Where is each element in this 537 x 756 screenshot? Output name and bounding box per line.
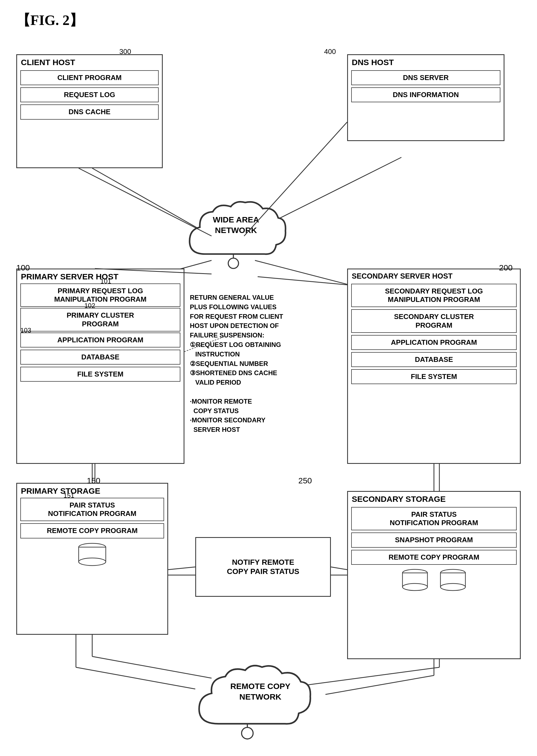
notify-box: NOTIFY REMOTECOPY PAIR STATUS <box>195 537 331 597</box>
client-host-title: CLIENT HOST <box>17 55 162 68</box>
dns-info-box: DNS INFORMATION <box>351 87 500 102</box>
secondary-storage-ref: 250 <box>298 476 312 485</box>
primary-storage-cylinder <box>76 542 108 567</box>
client-host-ref: 300 <box>119 48 131 56</box>
primary-remote-copy-box: REMOTE COPY PROGRAM <box>21 523 164 538</box>
svg-line-33 <box>331 567 347 569</box>
primary-req-log-box: PRIMARY REQUEST LOGMANIPULATION PROGRAM <box>21 283 180 307</box>
wan-label: WIDE AREA NETWORK <box>190 214 282 235</box>
secondary-pair-status-box: PAIR STATUSNOTIFICATION PROGRAM <box>351 507 516 530</box>
figure-title: 【FIG. 2】 <box>0 0 537 35</box>
dns-host-title: DNS HOST <box>348 55 504 68</box>
primary-app-box: APPLICATION PROGRAM <box>21 333 180 348</box>
primary-server-box: PRIMARY SERVER HOST PRIMARY REQUEST LOGM… <box>16 269 185 464</box>
dns-server-box: DNS SERVER <box>351 70 500 85</box>
secondary-storage-cylinder-1 <box>400 568 430 592</box>
primary-app-ref: 103 <box>21 327 31 334</box>
primary-storage-box: PRIMARY STORAGE PAIR STATUSNOTIFICATION … <box>16 483 168 635</box>
secondary-fs-box: FILE SYSTEM <box>351 369 516 384</box>
svg-point-13 <box>228 258 239 269</box>
primary-cluster-ref: 102 <box>84 302 95 310</box>
wan-cloud <box>185 195 287 277</box>
client-host-box: CLIENT HOST CLIENT PROGRAM REQUEST LOG D… <box>16 54 163 168</box>
svg-point-20 <box>402 583 428 591</box>
primary-pair-status-box: PAIR STATUSNOTIFICATION PROGRAM <box>21 498 164 521</box>
primary-req-log-ref: 101 <box>100 277 111 285</box>
primary-db-box: DATABASE <box>21 350 180 364</box>
client-program-box: CLIENT PROGRAM <box>21 70 159 85</box>
snapshot-box: SNAPSHOT PROGRAM <box>351 532 516 547</box>
secondary-server-ref: 200 <box>499 263 513 273</box>
secondary-cluster-box: SECONDARY CLUSTERPROGRAM <box>351 309 516 333</box>
dns-cache-box: DNS CACHE <box>21 105 159 119</box>
secondary-storage-box: SECONDARY STORAGE PAIR STATUSNOTIFICATIO… <box>347 491 521 659</box>
primary-storage-ref: 150 <box>87 476 100 485</box>
primary-server-ref: 100 <box>16 263 30 273</box>
secondary-remote-copy-box: REMOTE COPY PROGRAM <box>351 550 516 565</box>
svg-point-24 <box>242 728 253 739</box>
notify-label: NOTIFY REMOTECOPY PAIR STATUS <box>221 552 305 581</box>
svg-point-23 <box>440 583 465 591</box>
svg-line-29 <box>258 277 347 285</box>
diagram: 【FIG. 2】 CLIENT HOST CLIENT PROGRAM REQU… <box>0 0 537 733</box>
svg-line-32 <box>168 567 195 569</box>
secondary-db-box: DATABASE <box>351 352 516 367</box>
dns-host-ref: 400 <box>324 48 336 56</box>
svg-line-37 <box>325 675 434 694</box>
secondary-storage-cylinder-2 <box>438 568 468 592</box>
secondary-server-box: SECONDARY SERVER HOST SECONDARY REQUEST … <box>347 269 521 464</box>
annotation-text: RETURN GENERAL VALUE PLUS FOLLOWING VALU… <box>190 293 331 435</box>
rcn-label: REMOTE COPY NETWORK <box>203 681 317 702</box>
primary-storage-title: PRIMARY STORAGE <box>17 483 167 497</box>
svg-point-17 <box>79 558 106 566</box>
primary-cluster-box: PRIMARY CLUSTERPROGRAM <box>21 308 180 331</box>
secondary-req-log-box: SECONDARY REQUEST LOGMANIPULATION PROGRA… <box>351 284 516 307</box>
secondary-app-box: APPLICATION PROGRAM <box>351 335 516 350</box>
request-log-box: REQUEST LOG <box>21 87 159 102</box>
secondary-server-title: SECONDARY SERVER HOST <box>348 269 520 281</box>
primary-fs-box: FILE SYSTEM <box>21 367 180 382</box>
svg-line-35 <box>76 667 195 689</box>
dns-host-box: DNS HOST DNS SERVER DNS INFORMATION <box>347 54 505 141</box>
primary-storage-ref151: 151 <box>63 492 74 499</box>
secondary-storage-title: SECONDARY STORAGE <box>348 492 520 505</box>
